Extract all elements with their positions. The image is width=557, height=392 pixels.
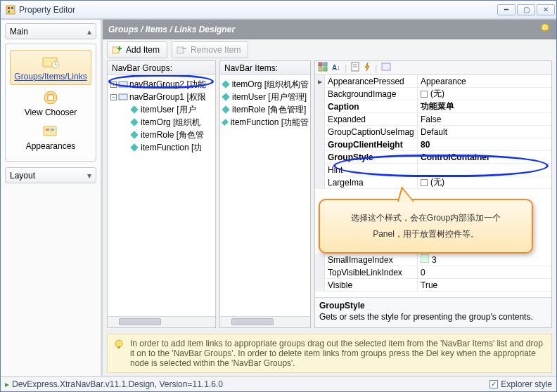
svg-rect-8	[44, 126, 56, 136]
property-grid-panel: A↓ | | ▸AppearancePressedAppearanceBackg…	[314, 60, 552, 328]
list-item[interactable]: itemUser [用户管理]	[222, 91, 309, 103]
row-gutter	[315, 151, 325, 163]
property-pages-icon[interactable]	[381, 63, 391, 73]
row-gutter: ▸	[315, 75, 325, 87]
panel-title: NavBar Items:	[220, 61, 310, 75]
sidebar-item-appearances[interactable]: Appearances	[6, 120, 96, 154]
svg-rect-19	[319, 67, 322, 71]
hint-box: In order to add item links to appropriat…	[107, 334, 552, 373]
collapse-icon[interactable]: −	[110, 94, 117, 100]
property-value[interactable]: ControlContainer	[418, 151, 551, 163]
expand-icon[interactable]: +	[110, 81, 117, 88]
groups-tree[interactable]: + navBarGroup2 [功能 − navBarGroup1 [权限 it…	[108, 75, 215, 316]
horizontal-scrollbar[interactable]	[220, 316, 310, 327]
list-item[interactable]: itemFunction [功能管	[222, 116, 309, 129]
tree-node-group1[interactable]: − navBarGroup1 [权限	[109, 91, 214, 103]
property-value[interactable]: 功能菜单	[418, 100, 551, 112]
row-gutter	[315, 254, 325, 266]
property-value[interactable]: 3	[418, 254, 551, 266]
svg-rect-25	[421, 254, 429, 263]
tree-node-item[interactable]: itemRole [角色管	[109, 129, 214, 141]
sidebar: Main ▴ Groups/Items/Links View Chooser	[1, 20, 103, 376]
tree-node-item[interactable]: itemUser [用户	[109, 103, 214, 116]
list-item[interactable]: itemRole [角色管理]	[222, 103, 309, 116]
property-value[interactable]: (无)	[418, 88, 551, 100]
svg-rect-16	[119, 94, 127, 100]
property-value[interactable]: Default	[418, 126, 551, 138]
property-row[interactable]: Hint	[315, 164, 551, 176]
alphabetical-icon[interactable]: A↓	[332, 64, 340, 72]
sidebar-section-main[interactable]: Main ▴	[5, 23, 96, 39]
property-value[interactable]: (无)	[418, 176, 551, 188]
tree-node-group2[interactable]: + navBarGroup2 [功能	[109, 78, 214, 91]
horizontal-scrollbar[interactable]	[108, 316, 215, 327]
list-item-label: itemRole [角色管理]	[232, 104, 306, 116]
sidebar-nav-main: Groups/Items/Links View Chooser Appearan…	[5, 44, 96, 162]
items-list[interactable]: itemOrg [组织机构管 itemUser [用户管理] itemRole …	[220, 75, 310, 316]
property-value[interactable]: 80	[418, 138, 551, 150]
property-row[interactable]: Caption功能菜单	[315, 100, 551, 113]
minimize-button[interactable]: ━	[497, 4, 516, 15]
property-value[interactable]	[418, 164, 551, 176]
property-value[interactable]: 0	[418, 266, 551, 278]
svg-rect-3	[8, 11, 10, 13]
item-icon	[222, 119, 229, 126]
property-row[interactable]: GroupStyleControlContainer	[315, 151, 551, 164]
property-desc-body: Gets or sets the style for presenting th…	[319, 312, 547, 322]
scrollbar-thumb[interactable]	[119, 318, 161, 325]
list-item-label: itemOrg [组织机构管	[232, 79, 309, 91]
property-grid[interactable]: ▸AppearancePressedAppearanceBackgroundIm…	[315, 75, 551, 297]
scrollbar-thumb[interactable]	[231, 318, 274, 325]
property-row[interactable]: GroupClientHeight80	[315, 138, 551, 151]
tree-node-item[interactable]: itemFunction [功	[109, 141, 214, 154]
property-value[interactable]: False	[418, 113, 551, 125]
tree-node-item[interactable]: itemOrg [组织机	[109, 116, 214, 129]
property-row[interactable]: LargeIma(无)	[315, 176, 551, 189]
navbar-groups-panel: NavBar Groups: + navBarGroup2 [功能 − navB…	[107, 60, 216, 328]
button-label: Remove Item	[191, 45, 241, 55]
property-row[interactable]: ▸AppearancePressedAppearance	[315, 75, 551, 88]
property-name: AppearancePressed	[325, 75, 418, 87]
close-button[interactable]: ✕	[537, 4, 555, 15]
property-grid-toolbar: A↓ | |	[315, 61, 551, 75]
events-icon[interactable]	[364, 62, 371, 74]
property-value[interactable]: True	[418, 279, 551, 291]
titlebar[interactable]: Property Editor ━ ▢ ✕	[1, 1, 556, 19]
maximize-button[interactable]: ▢	[517, 4, 535, 15]
add-item-button[interactable]: Add Item	[107, 41, 167, 58]
plus-icon	[112, 45, 122, 55]
svg-rect-1	[8, 7, 10, 9]
list-item[interactable]: itemOrg [组织机构管	[222, 78, 309, 91]
play-icon: ▸	[5, 379, 9, 389]
svg-point-11	[542, 24, 549, 31]
button-label: Add Item	[126, 45, 160, 55]
property-row[interactable]: ExpandedFalse	[315, 113, 551, 126]
property-row[interactable]: GroupCaptionUseImagDefault	[315, 126, 551, 138]
categorized-icon[interactable]	[318, 62, 328, 74]
item-icon	[130, 131, 138, 138]
status-right: ✓ Explorer style	[489, 379, 552, 389]
item-icon	[222, 80, 229, 88]
remove-item-button[interactable]: Remove Item	[172, 41, 248, 58]
svg-rect-24	[382, 63, 390, 70]
row-gutter	[315, 88, 325, 100]
sidebar-item-view-chooser[interactable]: View Chooser	[6, 86, 96, 120]
property-row[interactable]: SmallImageIndex3	[315, 254, 551, 266]
explorer-style-checkbox[interactable]: ✓	[489, 380, 498, 388]
callout-line1: 选择这个样式，会在Group内部添加一个	[330, 210, 522, 226]
property-name: Expanded	[325, 113, 418, 125]
svg-rect-7	[48, 95, 53, 100]
property-row[interactable]: BackgroundImage(无)	[315, 88, 551, 100]
bulb-icon	[113, 339, 124, 368]
folder-icon	[41, 53, 60, 70]
property-row[interactable]: VisibleTrue	[315, 279, 551, 292]
properties-icon[interactable]	[351, 62, 359, 74]
sidebar-section-layout[interactable]: Layout ▾	[5, 167, 96, 183]
group-icon	[118, 80, 128, 89]
appearance-icon	[41, 123, 60, 140]
property-row[interactable]: TopVisibleLinkIndex0	[315, 266, 551, 279]
svg-rect-20	[324, 67, 327, 71]
property-value[interactable]: Appearance	[418, 75, 551, 87]
app-icon	[5, 4, 16, 15]
sidebar-item-groups-items-links[interactable]: Groups/Items/Links	[10, 50, 91, 85]
